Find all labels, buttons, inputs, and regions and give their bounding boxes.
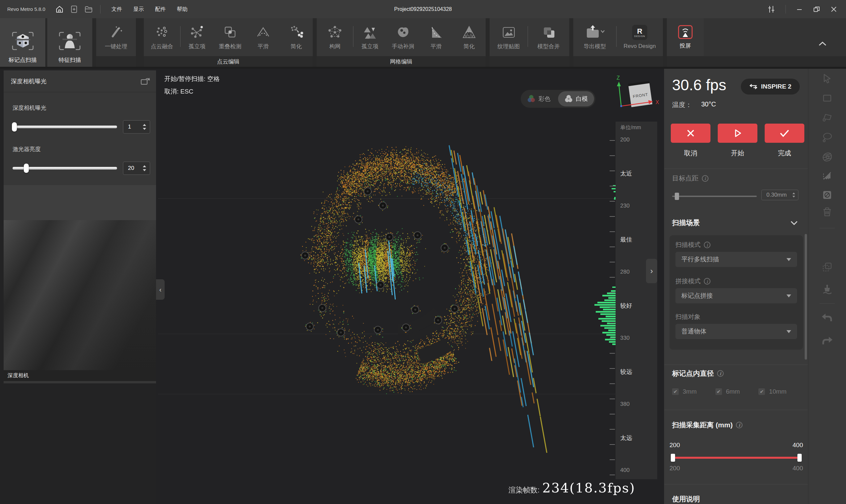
depth-camera-caption: 深度相机 xyxy=(4,370,156,381)
point-cloud-canvas[interactable] xyxy=(156,69,616,504)
screen-cast-button[interactable]: 投屏 xyxy=(667,18,704,56)
model-merge-button[interactable]: 模型合并 xyxy=(528,18,569,56)
spin-up-icon[interactable] xyxy=(143,165,146,167)
info-icon[interactable]: i xyxy=(717,370,724,377)
axis-z-label: Z xyxy=(616,75,620,80)
start-scan-button[interactable] xyxy=(718,124,757,143)
chevron-left-icon: ‹ xyxy=(159,286,162,293)
undo-icon xyxy=(821,313,833,323)
laser-slider-handle[interactable] xyxy=(24,164,29,173)
home-button[interactable] xyxy=(54,4,65,15)
rect-select-button[interactable] xyxy=(818,90,836,107)
device-pill[interactable]: INSPIRE 2 xyxy=(741,79,800,94)
menu-help[interactable]: 帮助 xyxy=(171,0,193,18)
pc-simplify-button[interactable]: 简化 xyxy=(280,18,313,56)
range-max-handle[interactable] xyxy=(797,454,802,462)
undo-button[interactable] xyxy=(818,309,836,326)
info-icon[interactable]: i xyxy=(704,241,710,248)
plane-cut-button[interactable] xyxy=(818,167,836,184)
deselect-button[interactable] xyxy=(818,186,836,203)
texture-map-button[interactable]: 纹理贴图 xyxy=(490,18,528,56)
marker-3mm-checkbox[interactable]: ✔ 3mm xyxy=(672,388,715,395)
new-project-icon xyxy=(70,5,78,14)
duplicate-button[interactable] xyxy=(818,258,836,276)
scale-tick xyxy=(610,231,615,232)
collapse-section-button[interactable] xyxy=(790,221,798,225)
spin-down-icon[interactable] xyxy=(792,196,795,198)
close-button[interactable] xyxy=(830,6,838,13)
panel-scrollbar[interactable] xyxy=(805,234,807,360)
one-click-process-button[interactable]: 一键处理 xyxy=(96,18,136,56)
white-mode-option[interactable]: 白模 xyxy=(558,91,594,106)
scan-object-dropdown[interactable]: 普通物体 xyxy=(676,324,797,339)
overlap-detect-button[interactable]: 重叠检测 xyxy=(214,18,247,56)
capture-range-slider[interactable] xyxy=(672,457,800,459)
export-model-button[interactable]: 导出模型 xyxy=(573,18,616,56)
mesh-smooth-button[interactable]: 平滑 xyxy=(419,18,453,56)
mesh-smooth-label: 平滑 xyxy=(430,43,442,50)
depth-camera-panel-header: 深度相机曝光 xyxy=(4,70,156,92)
range-min-handle[interactable] xyxy=(671,454,675,462)
project-title: Project09292025104328 xyxy=(394,6,452,12)
region-fill-icon xyxy=(821,151,833,163)
fill-holes-button[interactable]: 手动补洞 xyxy=(386,18,419,56)
menu-display[interactable]: 显示 xyxy=(128,0,149,18)
dropdown-caret-icon xyxy=(787,330,791,333)
marker-6mm-checkbox[interactable]: ✔ 6mm xyxy=(715,388,759,395)
polygon-select-button[interactable] xyxy=(818,109,836,126)
collapse-toolbar-button[interactable] xyxy=(818,41,827,46)
target-spacing-spinbox[interactable]: 0.30mm xyxy=(761,190,798,200)
marker-10mm-checkbox[interactable]: ✔ 10mm xyxy=(758,388,802,395)
finish-scan-button[interactable] xyxy=(765,124,804,143)
lasso-select-button[interactable] xyxy=(818,129,836,146)
mesh-isolated-button[interactable]: 孤立项 xyxy=(354,18,386,56)
menu-file[interactable]: 文件 xyxy=(106,0,128,18)
toolbar-bottom-divider xyxy=(0,67,846,69)
redo-button[interactable] xyxy=(818,332,836,350)
exposure-slider[interactable] xyxy=(13,126,117,128)
restore-button[interactable] xyxy=(813,6,820,13)
expand-right-panel-button[interactable]: › xyxy=(646,259,657,283)
info-icon[interactable]: i xyxy=(702,175,708,182)
revo-design-button[interactable]: R DESIGN Revo Design xyxy=(616,18,663,56)
feature-scan-button[interactable]: 特征扫描 xyxy=(47,18,92,67)
scan-mode-dropdown[interactable]: 平行多线扫描 xyxy=(676,252,797,267)
spin-up-icon[interactable] xyxy=(792,193,795,194)
pc-isolated-button[interactable]: 孤立项 xyxy=(180,18,214,56)
exposure-spinbox[interactable]: 1 xyxy=(123,120,150,133)
paint-select-button[interactable] xyxy=(818,281,836,298)
marker-scan-button[interactable]: 标记点扫描 xyxy=(0,18,45,67)
target-spacing-handle[interactable] xyxy=(675,193,679,200)
info-icon[interactable]: i xyxy=(704,278,710,285)
cancel-scan-button[interactable] xyxy=(671,124,710,143)
pc-smooth-button[interactable]: 平滑 xyxy=(247,18,280,56)
point-cloud-fusion-button[interactable]: 点云融合 xyxy=(144,18,180,56)
popout-panel-button[interactable] xyxy=(140,77,150,86)
delete-selection-button[interactable] xyxy=(818,203,836,220)
spin-up-icon[interactable] xyxy=(143,124,146,126)
toolbar-group-separator xyxy=(569,18,573,67)
collapse-left-panel-button[interactable]: ‹ xyxy=(156,279,165,300)
color-mode-option[interactable]: 彩色 xyxy=(521,90,557,108)
scale-tick xyxy=(610,186,615,186)
axis-gizmo[interactable]: FRONT Z X xyxy=(609,74,662,117)
region-select-button[interactable] xyxy=(818,148,836,166)
menu-accessories[interactable]: 配件 xyxy=(149,0,171,18)
settings-sliders-button[interactable] xyxy=(767,5,776,14)
stitch-mode-dropdown[interactable]: 标记点拼接 xyxy=(676,288,797,303)
exposure-slider-handle[interactable] xyxy=(12,122,17,131)
mesh-simplify-button[interactable]: 简化 xyxy=(453,18,486,56)
open-project-button[interactable] xyxy=(83,4,94,15)
laser-brightness-slider[interactable] xyxy=(13,167,117,169)
target-spacing-slider[interactable] xyxy=(672,196,757,197)
select-cursor-button[interactable] xyxy=(818,70,836,87)
rect-select-icon xyxy=(822,92,833,104)
spin-down-icon[interactable] xyxy=(143,128,146,130)
new-project-button[interactable] xyxy=(68,4,80,15)
minimize-button[interactable] xyxy=(796,6,803,13)
overlap-detect-icon xyxy=(223,24,237,40)
spin-down-icon[interactable] xyxy=(143,169,146,171)
mesh-build-button[interactable]: 构网 xyxy=(317,18,353,56)
info-icon[interactable]: i xyxy=(736,422,742,428)
laser-spinbox[interactable]: 20 xyxy=(123,162,150,175)
